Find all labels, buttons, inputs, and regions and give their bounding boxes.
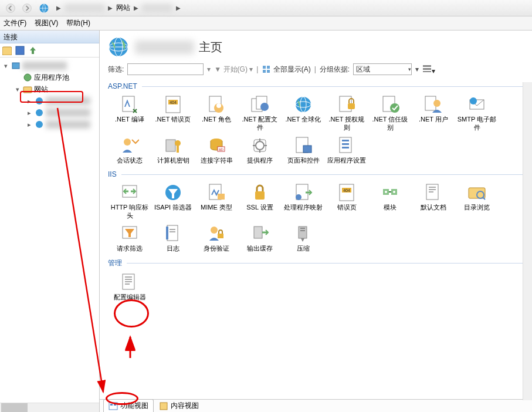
sections-scroll[interactable]: ASP.NET .NET 编译404.NET 错误页.NET 角色.NET 配置… [100, 79, 532, 399]
feature-aspnet-3[interactable]: .NET 配置文件 [238, 93, 282, 134]
feature-icon [424, 95, 443, 114]
feature-iis-4[interactable]: 处理程序映射 [282, 181, 325, 222]
feature-icon [250, 136, 269, 155]
feature-icon [250, 183, 269, 202]
svg-text:ab: ab [219, 147, 223, 151]
svg-point-45 [175, 140, 181, 146]
feature-icon [120, 136, 139, 155]
refresh-icon[interactable] [2, 46, 12, 55]
feature-icon: ab [207, 136, 226, 155]
feature-mgmt-0[interactable]: 配置编辑器 [108, 271, 151, 303]
feature-icon [207, 224, 226, 243]
connections-toolbar [0, 43, 99, 58]
svg-rect-62 [255, 191, 265, 200]
page-title: XXXX 主页 [135, 39, 222, 55]
feature-icon [164, 136, 182, 155]
feature-iis-2[interactable]: MIME 类型 [195, 181, 238, 222]
back-button[interactable] [2, 1, 19, 15]
feature-aspnet-4[interactable]: .NET 全球化 [282, 93, 325, 134]
save-icon[interactable] [15, 46, 25, 55]
feature-aspnet-9[interactable]: 会话状态 [108, 134, 151, 167]
forward-button[interactable] [19, 1, 35, 15]
feature-icon [294, 136, 313, 155]
breadcrumb-server[interactable]: XXXXXX [65, 4, 104, 12]
svg-rect-56 [342, 143, 349, 145]
expand-icon[interactable]: ▸ [26, 109, 33, 117]
svg-rect-36 [348, 103, 355, 109]
feature-icon: 404 [164, 95, 182, 114]
filter-input[interactable] [127, 63, 204, 75]
feature-label: 提供程序 [247, 156, 273, 164]
svg-rect-84 [218, 234, 223, 238]
feature-label: HTTP 响应标头 [109, 203, 150, 219]
feature-iis-1[interactable]: ISAPI 筛选器 [151, 181, 195, 222]
tree-site-3[interactable]: XXXXX [46, 120, 90, 129]
feature-aspnet-6[interactable]: .NET 信任级别 [368, 93, 412, 134]
feature-aspnet-1[interactable]: 404.NET 错误页 [151, 93, 195, 134]
feature-aspnet-14[interactable]: 应用程序设置 [325, 134, 368, 167]
tree-sites[interactable]: 网站 [34, 85, 48, 94]
feature-iis-3[interactable]: SSL 设置 [238, 181, 282, 222]
showall-button[interactable]: 全部显示(A) [262, 65, 310, 75]
feature-aspnet-10[interactable]: 计算机密钥 [151, 134, 195, 167]
svg-rect-93 [125, 283, 130, 285]
svg-rect-5 [12, 63, 19, 69]
feature-label: .NET 配置文件 [239, 115, 280, 131]
globe-icon [35, 108, 44, 117]
feature-iis-0[interactable]: HTTP 响应标头 [108, 181, 151, 222]
start-button[interactable]: ▼ 开始(G) ▾ [214, 65, 253, 75]
feature-iis-6[interactable]: 模块 [368, 181, 412, 222]
collapse-icon[interactable]: ▾ [2, 62, 9, 70]
menu-help[interactable]: 帮助(H) [66, 18, 90, 28]
vertical-scrollbar[interactable] [523, 82, 532, 400]
feature-label: 压缩 [297, 244, 310, 252]
app-pools-icon [23, 73, 32, 82]
feature-iis-8[interactable]: 目录浏览 [455, 181, 499, 222]
svg-point-83 [211, 227, 218, 234]
feature-iis-10[interactable]: 日志 [151, 222, 195, 255]
expand-icon[interactable]: ▸ [26, 121, 33, 129]
expand-icon[interactable]: ▸ [26, 97, 33, 105]
feature-aspnet-0[interactable]: .NET 编译 [108, 93, 151, 134]
feature-icon [381, 95, 399, 114]
groupby-select[interactable]: 区域▾ [353, 63, 412, 75]
menu-file[interactable]: 文件(F) [4, 18, 26, 28]
globe-icon [35, 120, 44, 129]
feature-aspnet-8[interactable]: SMTP 电子邮件 [455, 93, 499, 134]
feature-iis-13[interactable]: 压缩 [282, 222, 325, 255]
tree-site-2[interactable]: XXXXX [46, 109, 90, 117]
breadcrumb-sites[interactable]: 网站 [116, 3, 130, 13]
breadcrumb-site[interactable]: XXXX [142, 4, 172, 12]
feature-iis-7[interactable]: 默认文档 [412, 181, 455, 222]
tree-server-label[interactable]: XXXXX [22, 62, 67, 70]
feature-aspnet-11[interactable]: ab连接字符串 [195, 134, 238, 167]
feature-aspnet-5[interactable]: .NET 授权规则 [325, 93, 368, 134]
feature-aspnet-13[interactable]: 页面和控件 [282, 134, 325, 167]
menu-view[interactable]: 视图(V) [35, 18, 58, 28]
tab-content-view[interactable]: 内容视图 [154, 399, 204, 412]
collapse-icon[interactable]: ▾ [14, 86, 21, 93]
feature-aspnet-2[interactable]: .NET 角色 [195, 93, 238, 134]
feature-icon [294, 95, 313, 114]
feature-label: 页面和控件 [287, 156, 320, 164]
feature-iis-5[interactable]: 404错误页 [325, 181, 368, 222]
feature-icon [120, 273, 139, 292]
feature-icon [207, 95, 226, 114]
tree-site-1[interactable]: XXXXX [46, 97, 90, 105]
feature-iis-11[interactable]: 身份验证 [195, 222, 238, 255]
tab-features-view[interactable]: 功能视图 [103, 399, 154, 412]
feature-iis-9[interactable]: 请求筛选 [108, 222, 151, 255]
feature-iis-12[interactable]: 输出缓存 [238, 222, 282, 255]
connections-tree[interactable]: ▾ XXXXX 应用程序池 ▾ 网站 ▸ XXXXX ▸ [0, 58, 99, 403]
horizontal-scrollbar[interactable] [0, 403, 99, 412]
tree-app-pools[interactable]: 应用程序池 [34, 73, 69, 83]
svg-rect-95 [110, 404, 113, 406]
section-mgmt: 管理 [108, 258, 524, 268]
feature-aspnet-7[interactable]: .NET 用户 [412, 93, 455, 134]
svg-rect-74 [429, 189, 436, 190]
feature-aspnet-12[interactable]: 提供程序 [238, 134, 282, 167]
up-icon[interactable] [28, 46, 38, 55]
breadcrumb[interactable]: ▶ XXXXXX ▶ 网站 ▶ XXXX ▶ [35, 3, 530, 13]
svg-point-8 [36, 97, 43, 104]
view-mode-button[interactable]: ▾ [422, 64, 435, 75]
